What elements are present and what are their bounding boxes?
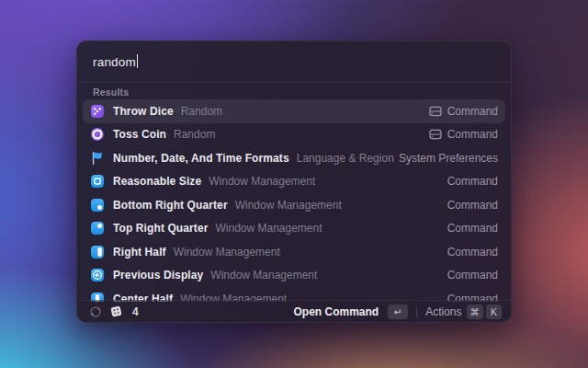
result-subtitle: Window Management: [235, 199, 342, 212]
result-type-label: Command: [447, 175, 498, 188]
search-field[interactable]: random: [77, 41, 511, 82]
text-caret: [137, 54, 139, 68]
results-list: Throw DiceRandomCommandToss CoinRandomCo…: [83, 99, 505, 302]
flag-icon: [90, 151, 105, 166]
result-subtitle: Window Management: [215, 222, 322, 235]
result-subtitle: Window Management: [174, 246, 280, 259]
results-section-header: Results: [93, 86, 129, 98]
result-type-label: Command: [447, 222, 498, 235]
footer-separator: [416, 306, 417, 317]
drive-icon: [429, 105, 442, 118]
drive-icon: [429, 128, 442, 141]
result-subtitle: Random: [181, 105, 222, 118]
result-row[interactable]: Toss CoinRandomCommand: [83, 123, 505, 147]
die-result-count: 4: [132, 305, 139, 318]
result-subtitle: Window Management: [210, 269, 317, 282]
result-subtitle: Language & Region: [297, 152, 394, 165]
result-row[interactable]: Top Right QuarterWindow ManagementComman…: [83, 217, 505, 241]
result-row[interactable]: Bottom Right QuarterWindow ManagementCom…: [83, 193, 505, 217]
window-reasonable-size-icon: [90, 174, 105, 189]
window-bottom-right-quarter-icon: [90, 198, 105, 213]
actions-button[interactable]: Actions: [425, 305, 461, 318]
result-row[interactable]: Reasonable SizeWindow ManagementCommand: [83, 170, 505, 194]
footer-bar: 4 Open Command ↵ Actions ⌘ K: [77, 300, 511, 322]
result-row[interactable]: Throw DiceRandomCommand: [83, 99, 505, 123]
result-title: Throw Dice: [113, 105, 174, 118]
die-result-icon: [109, 305, 123, 318]
previous-display-icon: [90, 268, 105, 282]
window-right-half-icon: [90, 245, 105, 259]
result-title: Previous Display: [113, 269, 203, 282]
result-title: Right Half: [113, 246, 166, 259]
result-title: Toss Coin: [113, 128, 166, 141]
result-type-label: Command: [447, 105, 498, 118]
dice-icon: [90, 104, 105, 119]
result-subtitle: Random: [174, 128, 215, 141]
status-ring-icon: [89, 305, 102, 318]
cmd-key-badge: ⌘: [467, 305, 484, 319]
result-type-label: Command: [447, 128, 498, 141]
search-input[interactable]: random: [93, 54, 138, 69]
search-value: random: [93, 55, 136, 69]
result-row[interactable]: Number, Date, And Time FormatsLanguage &…: [83, 146, 505, 170]
result-title: Bottom Right Quarter: [113, 199, 228, 212]
result-row[interactable]: Previous DisplayWindow ManagementCommand: [83, 264, 505, 288]
result-title: Reasonable Size: [113, 175, 201, 188]
result-type-label: Command: [447, 246, 498, 259]
result-type-label: Command: [447, 269, 498, 282]
window-top-right-quarter-icon: [90, 221, 105, 236]
open-command-button[interactable]: Open Command: [293, 305, 379, 318]
divider: [77, 82, 511, 83]
result-subtitle: Window Management: [209, 175, 315, 188]
result-title: Top Right Quarter: [113, 222, 208, 235]
coin-icon: [90, 127, 105, 142]
result-row[interactable]: Right HalfWindow ManagementCommand: [83, 240, 505, 264]
result-type-label: System Preferences: [399, 152, 498, 165]
result-type-label: Command: [447, 199, 498, 212]
k-key-badge: K: [486, 305, 502, 319]
result-title: Number, Date, And Time Formats: [113, 152, 289, 165]
command-palette-window: random Results Throw DiceRandomCommandTo…: [76, 40, 512, 323]
return-key-badge: ↵: [388, 305, 408, 319]
desktop-wallpaper: random Results Throw DiceRandomCommandTo…: [0, 0, 588, 368]
